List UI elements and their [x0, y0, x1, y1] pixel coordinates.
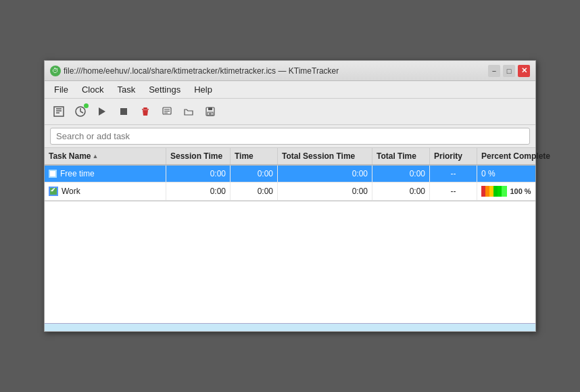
time-cell: 0:00: [231, 182, 278, 200]
edit-button[interactable]: [157, 101, 177, 122]
open-icon: [183, 106, 194, 117]
svg-rect-10: [142, 109, 149, 110]
total-session-time-cell: 0:00: [278, 182, 372, 200]
col-total-session-time[interactable]: Total Session Time: [278, 148, 372, 164]
session-time-cell: 0:00: [166, 166, 231, 182]
task-table: Task Name ▲ Session Time Time Total Sess…: [45, 148, 535, 201]
col-time[interactable]: Time: [231, 148, 278, 164]
play-icon: [97, 107, 107, 116]
titlebar: ⏱ file:///home/eehuv/.local/share/ktimet…: [45, 61, 535, 81]
menu-clock[interactable]: Clock: [75, 82, 111, 97]
sort-arrow-icon: ▲: [92, 153, 98, 160]
new-task-icon: [53, 105, 65, 118]
task-checkbox[interactable]: [49, 170, 57, 178]
col-session-time[interactable]: Session Time: [166, 148, 231, 164]
col-total-time[interactable]: Total Time: [372, 148, 430, 164]
svg-marker-7: [99, 107, 105, 116]
delete-icon: [140, 106, 151, 117]
search-bar: [45, 125, 535, 148]
task-name-cell: Free time: [45, 166, 166, 182]
menubar: File Clock Task Settings Help: [45, 81, 535, 99]
task-checkbox[interactable]: ✓: [49, 187, 58, 196]
titlebar-left: ⏱ file:///home/eehuv/.local/share/ktimet…: [50, 66, 339, 76]
open-button[interactable]: [178, 101, 199, 122]
main-window: ⏱ file:///home/eehuv/.local/share/ktimet…: [44, 60, 536, 332]
time-cell: 0:00: [231, 166, 278, 182]
percent-cell: 100 %: [477, 182, 535, 200]
table-header: Task Name ▲ Session Time Time Total Sess…: [45, 148, 535, 166]
play-button[interactable]: [92, 101, 112, 122]
save-button[interactable]: [200, 101, 220, 122]
stop-icon: [119, 107, 128, 116]
checkmark-icon: ✓: [51, 187, 56, 193]
start-timer-button[interactable]: [70, 101, 91, 122]
svg-rect-18: [209, 113, 212, 115]
total-time-cell: 0:00: [372, 182, 430, 200]
svg-line-6: [80, 112, 83, 113]
svg-rect-0: [54, 107, 64, 116]
delete-button[interactable]: [135, 101, 155, 122]
bar-segment-brightgreen: [502, 186, 507, 197]
edit-icon: [162, 106, 172, 117]
menu-task[interactable]: Task: [110, 82, 142, 97]
main-content-area: [45, 201, 535, 323]
svg-rect-9: [143, 107, 147, 109]
col-priority[interactable]: Priority: [430, 148, 477, 164]
window-title: file:///home/eehuv/.local/share/ktimetra…: [64, 66, 339, 76]
search-input[interactable]: [50, 128, 530, 145]
col-task-name[interactable]: Task Name ▲: [45, 148, 166, 164]
maximize-button[interactable]: □: [503, 65, 515, 77]
table-row[interactable]: Free time 0:00 0:00 0:00 0:00 -- 0 %: [45, 166, 535, 182]
total-time-cell: 0:00: [372, 166, 430, 182]
svg-rect-8: [120, 108, 127, 115]
new-task-button[interactable]: [49, 101, 69, 122]
close-button[interactable]: ✕: [518, 65, 530, 77]
col-percent-complete[interactable]: Percent Complete: [477, 148, 554, 164]
titlebar-controls: − □ ✕: [488, 65, 530, 77]
status-bar: [45, 323, 535, 331]
menu-file[interactable]: File: [47, 82, 75, 97]
svg-rect-16: [208, 107, 212, 110]
app-icon: ⏱: [50, 66, 61, 76]
total-session-time-cell: 0:00: [278, 166, 372, 182]
percent-bar: [481, 186, 507, 197]
active-indicator: [84, 103, 89, 108]
stop-button[interactable]: [114, 101, 134, 122]
toolbar: [45, 99, 535, 125]
priority-cell: --: [430, 166, 477, 182]
table-row[interactable]: ✓ Work 0:00 0:00 0:00 0:00 --: [45, 182, 535, 201]
menu-help[interactable]: Help: [187, 82, 219, 97]
menu-settings[interactable]: Settings: [142, 82, 187, 97]
task-name-cell: ✓ Work: [45, 182, 166, 200]
percent-cell: 0 %: [477, 166, 535, 182]
minimize-button[interactable]: −: [488, 65, 500, 77]
priority-cell: --: [430, 182, 477, 200]
session-time-cell: 0:00: [166, 182, 231, 200]
save-icon: [205, 106, 216, 117]
